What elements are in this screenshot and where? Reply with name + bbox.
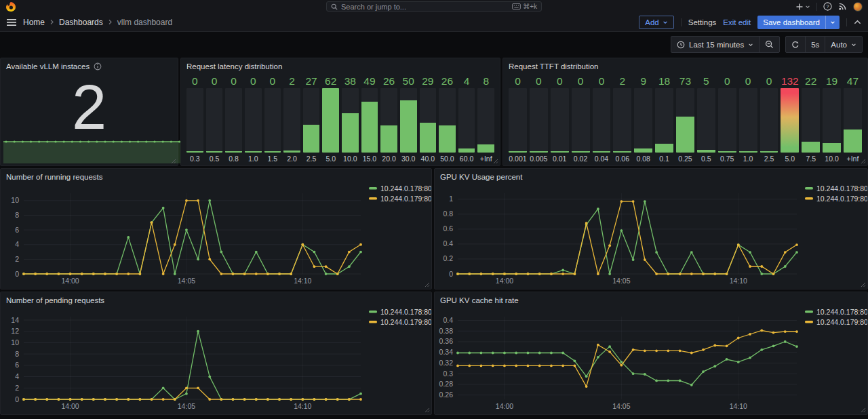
svg-text:4: 4 (15, 240, 19, 248)
panel-kv-usage: GPU KV Usage percent 00.20.40.60.8114:00… (434, 168, 868, 290)
panel-resize-handle[interactable] (171, 159, 176, 164)
panel-title[interactable]: GPU KV Usage percent (435, 169, 528, 185)
time-range-picker[interactable]: Last 15 minutes (671, 37, 759, 52)
chevron-right-icon (50, 19, 54, 25)
auto-refresh-picker[interactable]: Auto (825, 37, 862, 52)
panel-resize-handle[interactable] (425, 407, 430, 413)
breadcrumb-current[interactable]: vllm dashboard (117, 18, 172, 27)
panel-resize-handle[interactable] (493, 159, 498, 164)
bar-track (458, 88, 475, 153)
svg-text:0.3: 0.3 (443, 370, 453, 378)
hamburger-menu-icon[interactable] (7, 18, 16, 26)
bar-track (781, 88, 799, 153)
save-dashboard-button[interactable]: Save dashboard (757, 16, 840, 29)
breadcrumb-home[interactable]: Home (23, 18, 45, 27)
series-line-10.244.0.178:8000 (24, 201, 361, 274)
keyboard-icon (512, 3, 521, 9)
legend-label[interactable]: 10.244.0.178:8000 (380, 184, 431, 193)
bar-fill (186, 151, 203, 153)
legend-label[interactable]: 10.244.0.179:8000 (816, 195, 867, 203)
global-search[interactable]: ⌘+k (326, 1, 542, 12)
chevron-down-icon (805, 4, 810, 9)
save-options-toggle[interactable] (825, 16, 840, 29)
panel-title[interactable]: Request latency distribution (181, 58, 288, 75)
bar-bin: 2650.0 (439, 74, 456, 163)
chevron-right-icon (108, 19, 113, 25)
bar-tick-label: 60.0 (458, 153, 475, 163)
svg-text:1: 1 (449, 195, 453, 203)
svg-text:6: 6 (15, 226, 19, 234)
bar-tick-label: 0.005 (530, 153, 548, 163)
panel-resize-handle[interactable] (861, 282, 866, 287)
help-button[interactable]: ? (823, 2, 832, 11)
bar-track (245, 88, 262, 153)
legend-label[interactable]: 10.244.0.178:8000 (380, 308, 431, 316)
refresh-interval-label[interactable]: 5s (805, 37, 825, 52)
user-avatar[interactable] (853, 2, 863, 12)
bar-value: 38 (342, 74, 359, 88)
bar-track (760, 88, 778, 153)
panel-resize-handle[interactable] (425, 282, 430, 287)
svg-text:2: 2 (15, 384, 19, 392)
panel-resize-handle[interactable] (861, 407, 866, 413)
kv-usage-chart[interactable]: 00.20.40.60.8114:0014:0514:1010.244.0.17… (435, 169, 867, 289)
breadcrumb: Home Dashboards vllm dashboard (23, 18, 172, 27)
bar-track (342, 88, 359, 153)
bar-value: 0 (509, 74, 527, 88)
bar-bin: 625.0 (322, 74, 339, 163)
add-new-button[interactable] (795, 3, 810, 11)
panel-pending-requests: Number of pending requests 0246810121414… (0, 292, 432, 415)
panel-title[interactable]: Number of pending requests (1, 292, 110, 308)
bar-bin: 1910.0 (823, 74, 841, 163)
refresh-button[interactable] (786, 37, 805, 52)
bar-bin: 00.02 (572, 74, 590, 163)
add-panel-button[interactable]: Add (639, 16, 673, 29)
settings-button[interactable]: Settings (688, 18, 717, 26)
news-button[interactable] (838, 2, 847, 11)
svg-text:14: 14 (11, 316, 19, 324)
series-line-10.244.0.179:8000 (458, 201, 797, 274)
bar-tick-label: 2.5 (303, 153, 320, 163)
bar-bin: 00.01 (551, 74, 569, 163)
info-icon[interactable] (94, 62, 102, 71)
bar-value: 0 (760, 74, 778, 88)
panel-title[interactable]: Number of running requests (1, 169, 108, 185)
legend-label[interactable]: 10.244.0.179:8000 (380, 195, 431, 203)
kv_usage-svg: 00.20.40.60.8114:0014:0514:1010.244.0.17… (435, 169, 867, 289)
exit-edit-button[interactable]: Exit edit (723, 18, 751, 26)
panel-title[interactable]: Available vLLM instaces (1, 58, 107, 75)
legend-label[interactable]: 10.244.0.178:8000 (816, 308, 867, 316)
panel-title[interactable]: GPU KV cache hit rate (435, 292, 524, 308)
svg-text:14:10: 14:10 (294, 402, 311, 410)
bar-track (509, 88, 527, 153)
bar-value: 0 (593, 74, 611, 88)
bar-value: 26 (380, 74, 397, 88)
caret-up-icon[interactable] (854, 20, 861, 25)
cache-hit-rate-chart[interactable]: 0.260.280.30.320.340.360.380.414:0014:05… (435, 292, 867, 414)
grafana-logo-icon[interactable] (5, 1, 16, 12)
bar-track (225, 88, 242, 153)
zoom-out-button[interactable] (759, 37, 779, 52)
legend-label[interactable]: 10.244.0.178:8000 (816, 184, 867, 193)
bar-tick-label: 0.8 (225, 153, 242, 163)
clock-icon (677, 41, 685, 49)
chevron-down-icon (663, 20, 668, 25)
search-input[interactable] (341, 3, 509, 11)
bar-track (551, 88, 569, 153)
bar-fill (739, 151, 757, 153)
bar-bin: 00.04 (593, 74, 611, 163)
pending-requests-chart[interactable]: 0246810121414:0014:0514:1010.244.0.178:8… (1, 292, 431, 414)
top-nav: ⌘+k ? (0, 0, 868, 13)
bar-track (361, 88, 378, 153)
plus-icon (795, 3, 804, 11)
breadcrumb-dashboards[interactable]: Dashboards (59, 18, 103, 27)
panel-title[interactable]: Request TTFT distribution (503, 58, 604, 75)
panel-resize-handle[interactable] (861, 159, 866, 164)
bar-bin: 1325.0 (781, 74, 799, 163)
svg-text:12: 12 (11, 327, 19, 335)
legend-label[interactable]: 10.244.0.179:8000 (816, 318, 867, 326)
bar-bin: 50.5 (697, 74, 715, 163)
chevron-down-icon (851, 42, 856, 47)
legend-label[interactable]: 10.244.0.179:8000 (380, 318, 431, 326)
running-requests-chart[interactable]: 024681014:0014:0514:1010.244.0.178:80001… (1, 169, 431, 289)
